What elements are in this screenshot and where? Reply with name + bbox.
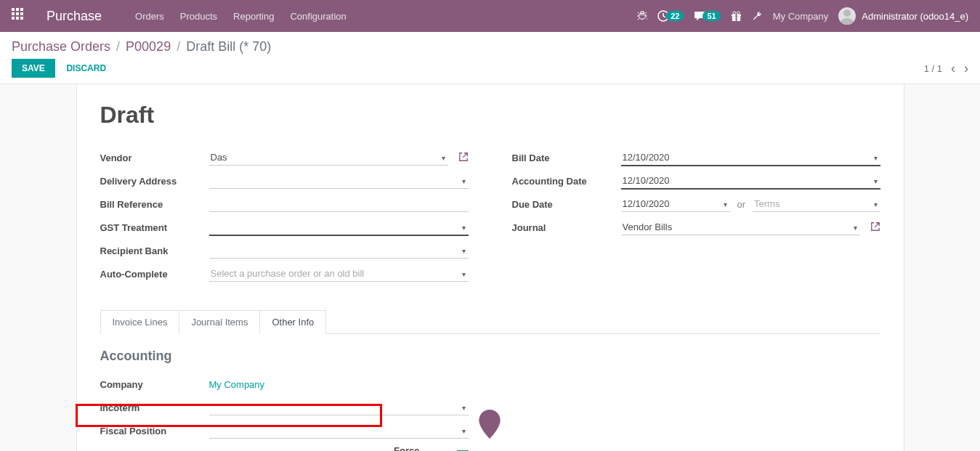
breadcrumb-current: Draft Bill (* 70)	[186, 39, 271, 54]
discard-button[interactable]: DISCARD	[57, 59, 115, 78]
force-status-label: Force Status	[394, 445, 450, 451]
company-value[interactable]: My Company	[209, 379, 265, 390]
form-left-col: Vendor ▾ Delivery Address ▾	[100, 149, 469, 288]
or-text: or	[737, 199, 746, 210]
autocomplete-input[interactable]	[209, 266, 469, 282]
activity-icon[interactable]: 22	[657, 10, 684, 22]
tab-other-info[interactable]: Other Info	[259, 310, 326, 334]
form-right-col: Bill Date ▾ Accounting Date ▾ Due Date	[512, 149, 880, 288]
control-bar: Purchase Orders / P00029 / Draft Bill (*…	[0, 32, 980, 84]
accdate-label: Accounting Date	[512, 176, 621, 187]
user-name: Administrator (odoo14_e)	[862, 11, 968, 22]
tab-invoice-lines[interactable]: Invoice Lines	[100, 310, 180, 334]
activity-badge: 22	[666, 11, 684, 21]
menu-reporting[interactable]: Reporting	[233, 11, 274, 22]
svg-point-5	[737, 11, 740, 14]
fiscal-input[interactable]	[209, 423, 469, 439]
billdate-input[interactable]	[621, 150, 880, 166]
accounting-section-title: Accounting	[100, 349, 880, 364]
breadcrumb: Purchase Orders / P00029 / Draft Bill (*…	[12, 39, 968, 54]
user-menu[interactable]: Administrator (odoo14_e)	[838, 7, 968, 25]
billref-label: Bill Reference	[100, 199, 209, 210]
pin-icon	[478, 410, 501, 439]
bug-icon[interactable]	[637, 11, 647, 21]
menu-configuration[interactable]: Configuration	[290, 11, 346, 22]
menu-orders[interactable]: Orders	[135, 11, 164, 22]
should-paid-select[interactable]	[214, 448, 381, 451]
avatar-icon	[838, 7, 856, 25]
accounting-col: Company My Company Incoterm ▾ Fiscal Pos…	[100, 375, 469, 451]
autocomplete-label: Auto-Complete	[100, 269, 209, 280]
messages-badge: 51	[702, 11, 720, 21]
company-selector[interactable]: My Company	[773, 11, 829, 22]
billref-input[interactable]	[209, 196, 469, 212]
menu-products[interactable]: Products	[180, 11, 217, 22]
journal-input[interactable]	[621, 219, 860, 235]
bank-input[interactable]	[209, 243, 469, 259]
tabs: Invoice Lines Journal Items Other Info	[100, 310, 880, 334]
terms-input[interactable]	[753, 196, 880, 212]
wrench-icon[interactable]	[752, 11, 763, 22]
duedate-label: Due Date	[512, 199, 621, 210]
journal-label: Journal	[512, 222, 621, 233]
accdate-input[interactable]	[621, 173, 880, 190]
svg-point-6	[843, 9, 851, 17]
duedate-input[interactable]	[621, 196, 730, 212]
external-link-icon[interactable]	[458, 152, 469, 164]
navbar-right: 22 51 My Company Administrator (odoo14_e…	[637, 7, 968, 25]
control-row: SAVE DISCARD 1 / 1 ‹ ›	[12, 59, 968, 84]
pager-text: 1 / 1	[924, 63, 942, 74]
app-brand[interactable]: Purchase	[46, 9, 102, 24]
breadcrumb-po[interactable]: P00029	[126, 39, 171, 54]
delivery-label: Delivery Address	[100, 176, 209, 187]
pager-next-icon[interactable]: ›	[964, 61, 968, 76]
delivery-input[interactable]	[209, 173, 469, 189]
save-button[interactable]: SAVE	[12, 59, 55, 78]
gst-input[interactable]	[209, 219, 469, 236]
bank-label: Recipient Bank	[100, 245, 209, 256]
gift-icon[interactable]	[731, 11, 742, 22]
pager: 1 / 1 ‹ ›	[924, 61, 968, 76]
messages-icon[interactable]: 51	[694, 10, 720, 22]
incoterm-label: Incoterm	[100, 402, 209, 413]
main-menu: Orders Products Reporting Configuration	[135, 11, 347, 22]
pager-prev-icon[interactable]: ‹	[951, 61, 955, 76]
billdate-label: Bill Date	[512, 153, 621, 163]
svg-rect-3	[735, 14, 737, 20]
external-link-icon[interactable]	[870, 222, 880, 234]
top-navbar: Purchase Orders Products Reporting Confi…	[0, 0, 980, 32]
form-columns: Vendor ▾ Delivery Address ▾	[100, 149, 880, 288]
breadcrumb-root[interactable]: Purchase Orders	[12, 39, 110, 54]
page-title: Draft	[100, 102, 880, 129]
svg-point-4	[733, 11, 736, 14]
incoterm-input[interactable]	[209, 399, 469, 415]
apps-icon[interactable]	[12, 8, 28, 24]
form-sheet: Draft Vendor ▾ Delivery Address	[76, 84, 904, 451]
breadcrumb-sep: /	[116, 39, 120, 54]
vendor-input[interactable]	[209, 150, 448, 166]
gst-label: GST Treatment	[100, 222, 209, 233]
company-label: Company	[100, 379, 209, 390]
vendor-label: Vendor	[100, 153, 209, 163]
fiscal-label: Fiscal Position	[100, 426, 209, 436]
breadcrumb-sep: /	[177, 39, 180, 54]
tab-journal-items[interactable]: Journal Items	[179, 310, 259, 334]
